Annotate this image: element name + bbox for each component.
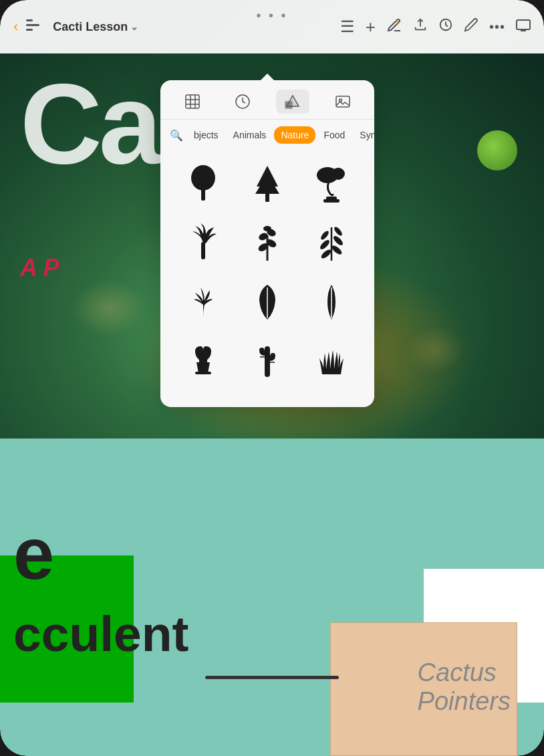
svg-point-29 [332, 235, 344, 247]
category-nature[interactable]: Nature [274, 126, 315, 144]
cactus-pointers-text: CactusPointers [418, 658, 511, 716]
green-circle-decoration [477, 130, 517, 170]
svg-point-25 [263, 226, 271, 231]
tab-clock[interactable] [226, 90, 259, 114]
nature-icons-grid [160, 150, 374, 394]
sidebar-line-2 [26, 24, 39, 26]
page-subtitle-bg: A P [20, 254, 59, 282]
navbar: ‹ Cacti Lesson ⌄ ☰ + [0, 0, 544, 53]
svg-rect-9 [336, 96, 350, 107]
icon-cactus[interactable] [238, 334, 297, 387]
icon-leaf-slim[interactable] [302, 275, 361, 328]
pencil-tool-button[interactable] [464, 17, 479, 36]
svg-rect-35 [195, 372, 211, 374]
icon-deciduous-tree[interactable] [174, 157, 233, 211]
svg-rect-12 [201, 188, 205, 201]
svg-point-28 [319, 239, 331, 251]
dropdown-tab-bar [160, 80, 374, 120]
bottom-section: e cculent CactusPointers [0, 438, 544, 756]
page-title-bg: Ca [20, 67, 158, 180]
list-button[interactable]: ☰ [340, 17, 355, 36]
sidebar-line-3 [26, 29, 33, 31]
svg-point-26 [320, 248, 333, 260]
category-tab-bar: 🔍 bjects Animals Nature Food Symbols [160, 120, 374, 150]
category-food[interactable]: Food [317, 126, 352, 144]
document-title-text: Cacti Lesson [53, 20, 128, 34]
svg-point-31 [333, 226, 344, 237]
drag-handle: • • • [256, 8, 287, 23]
category-objects[interactable]: bjects [187, 126, 225, 144]
nav-left: ‹ Cacti Lesson ⌄ [13, 18, 272, 35]
sidebar-toggle-button[interactable] [26, 19, 45, 34]
icon-leaf-tall[interactable] [238, 275, 297, 328]
svg-point-10 [339, 99, 342, 102]
bottom-text-cculent: cculent [13, 605, 189, 662]
back-button[interactable]: ‹ [13, 18, 18, 35]
nav-right: ☰ + ••• [272, 17, 531, 37]
history-button[interactable] [438, 17, 453, 36]
svg-rect-15 [265, 193, 269, 202]
svg-point-27 [331, 244, 344, 256]
draw-button[interactable] [386, 17, 402, 37]
sidebar-line-1 [26, 19, 33, 21]
svg-rect-1 [517, 20, 530, 29]
svg-rect-34 [199, 360, 207, 362]
add-button[interactable]: + [366, 17, 376, 37]
document-title[interactable]: Cacti Lesson ⌄ [53, 20, 138, 34]
tab-table[interactable] [176, 90, 209, 114]
svg-rect-8 [285, 102, 292, 108]
icon-palm-tree[interactable] [174, 216, 233, 269]
icon-grass[interactable] [302, 334, 361, 387]
icon-pine-tree[interactable] [238, 157, 297, 211]
icon-potted-plant[interactable] [174, 334, 233, 387]
bottom-text-e: e [13, 511, 54, 596]
icon-bonsai[interactable] [302, 157, 361, 211]
bottom-home-indicator [205, 676, 339, 679]
svg-rect-19 [323, 199, 339, 203]
icon-cannabis-leaf[interactable] [174, 275, 233, 328]
present-button[interactable] [516, 18, 531, 35]
shapes-dropdown-panel: 🔍 bjects Animals Nature Food Symbols [160, 80, 374, 407]
icon-herb-sprig[interactable] [238, 216, 297, 269]
icon-fern[interactable] [302, 216, 361, 269]
dropdown-arrow [261, 74, 274, 80]
svg-rect-2 [186, 95, 199, 108]
svg-point-11 [191, 165, 215, 191]
svg-point-17 [331, 168, 345, 180]
category-animals[interactable]: Animals [227, 126, 273, 144]
category-symbols[interactable]: Symbols [353, 126, 374, 144]
tab-shapes[interactable] [276, 90, 309, 114]
svg-rect-36 [265, 346, 270, 377]
tab-media[interactable] [326, 90, 360, 114]
share-button[interactable] [413, 17, 428, 36]
svg-rect-20 [201, 242, 205, 259]
more-button[interactable]: ••• [489, 19, 505, 35]
search-icon[interactable]: 🔍 [170, 129, 183, 142]
title-chevron-icon: ⌄ [130, 21, 138, 32]
svg-point-30 [319, 230, 330, 241]
